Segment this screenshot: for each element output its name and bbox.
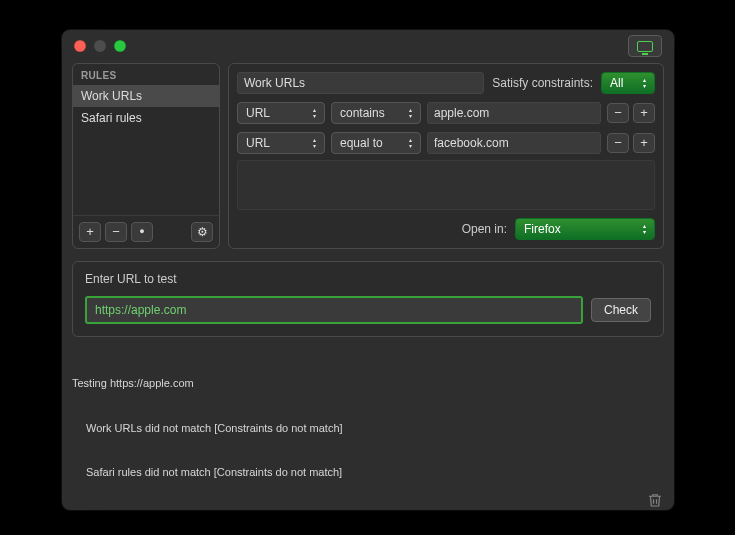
constraint-row: URL ▴▾ equal to ▴▾ − + [237, 132, 655, 154]
plus-icon: + [640, 106, 648, 119]
constraint-field-select[interactable]: URL ▴▾ [237, 132, 325, 154]
rule-editor: Satisfy constraints: All ▴▾ URL ▴▾ conta… [228, 63, 664, 249]
constraint-list-background [237, 160, 655, 210]
constraint-operator-select[interactable]: contains ▴▾ [331, 102, 421, 124]
stepper-arrows-icon: ▴▾ [638, 219, 650, 239]
check-button[interactable]: Check [591, 298, 651, 322]
minus-icon: − [614, 106, 622, 119]
select-value: URL [246, 136, 270, 150]
stepper-arrows-icon: ▴▾ [638, 73, 650, 93]
select-value: All [610, 76, 623, 90]
open-in-select[interactable]: Firefox ▴▾ [515, 218, 655, 240]
minimize-window-button[interactable] [94, 40, 106, 52]
satisfy-constraints-select[interactable]: All ▴▾ [601, 72, 655, 94]
close-window-button[interactable] [74, 40, 86, 52]
clear-log-button[interactable] [646, 490, 664, 510]
test-log: Testing https://apple.com Work URLs did … [72, 347, 664, 510]
test-url-input[interactable] [85, 296, 583, 324]
add-rule-button[interactable]: + [79, 222, 101, 242]
plus-icon: + [86, 225, 94, 238]
stepper-arrows-icon: ▴▾ [404, 103, 416, 123]
rule-options-button[interactable]: ● [131, 222, 153, 242]
rule-settings-button[interactable]: ⚙ [191, 222, 213, 242]
select-value: URL [246, 106, 270, 120]
test-title: Enter URL to test [85, 272, 651, 286]
constraint-row: URL ▴▾ contains ▴▾ − + [237, 102, 655, 124]
gear-icon: ⚙ [197, 226, 208, 238]
sidebar-footer: + − ● ⚙ [73, 215, 219, 248]
editor-header: Satisfy constraints: All ▴▾ [237, 72, 655, 94]
dot-icon: ● [139, 227, 144, 236]
constraint-operator-select[interactable]: equal to ▴▾ [331, 132, 421, 154]
rules-sidebar: RULES Work URLs Safari rules + − ● ⚙ [72, 63, 220, 249]
preferences-window: RULES Work URLs Safari rules + − ● ⚙ [62, 30, 674, 510]
minus-icon: − [112, 225, 120, 238]
open-in-row: Open in: Firefox ▴▾ [237, 218, 655, 240]
select-value: contains [340, 106, 385, 120]
trash-icon [646, 490, 664, 510]
url-test-panel: Enter URL to test Check [72, 261, 664, 337]
stepper-arrows-icon: ▴▾ [404, 133, 416, 153]
monitor-icon [637, 41, 653, 52]
remove-constraint-button[interactable]: − [607, 103, 629, 123]
rules-header: RULES [73, 64, 219, 85]
select-value: equal to [340, 136, 383, 150]
satisfy-constraints-label: Satisfy constraints: [492, 76, 593, 90]
remove-constraint-button[interactable]: − [607, 133, 629, 153]
rule-item-label: Work URLs [81, 89, 142, 103]
remove-rule-button[interactable]: − [105, 222, 127, 242]
add-constraint-button[interactable]: + [633, 133, 655, 153]
rule-item-work-urls[interactable]: Work URLs [73, 85, 219, 107]
constraint-value-input[interactable] [427, 132, 601, 154]
window-controls [74, 40, 126, 52]
display-toolbar-button[interactable] [628, 35, 662, 57]
main-content: RULES Work URLs Safari rules + − ● ⚙ [62, 63, 674, 249]
rule-name-input[interactable] [237, 72, 484, 94]
rules-list: Work URLs Safari rules [73, 85, 219, 215]
zoom-window-button[interactable] [114, 40, 126, 52]
constraint-field-select[interactable]: URL ▴▾ [237, 102, 325, 124]
rule-item-label: Safari rules [81, 111, 142, 125]
open-in-label: Open in: [462, 222, 507, 236]
add-constraint-button[interactable]: + [633, 103, 655, 123]
constraint-value-input[interactable] [427, 102, 601, 124]
select-value: Firefox [524, 222, 561, 236]
log-line: Testing https://apple.com [72, 376, 343, 391]
log-line: Safari rules did not match [Constraints … [72, 465, 343, 480]
constraint-rows: URL ▴▾ contains ▴▾ − + U [237, 102, 655, 154]
log-lines: Testing https://apple.com Work URLs did … [72, 347, 343, 510]
titlebar [62, 30, 674, 63]
minus-icon: − [614, 136, 622, 149]
log-line: Work URLs did not match [Constraints do … [72, 421, 343, 436]
rule-item-safari-rules[interactable]: Safari rules [73, 107, 219, 129]
stepper-arrows-icon: ▴▾ [308, 133, 320, 153]
stepper-arrows-icon: ▴▾ [308, 103, 320, 123]
plus-icon: + [640, 136, 648, 149]
